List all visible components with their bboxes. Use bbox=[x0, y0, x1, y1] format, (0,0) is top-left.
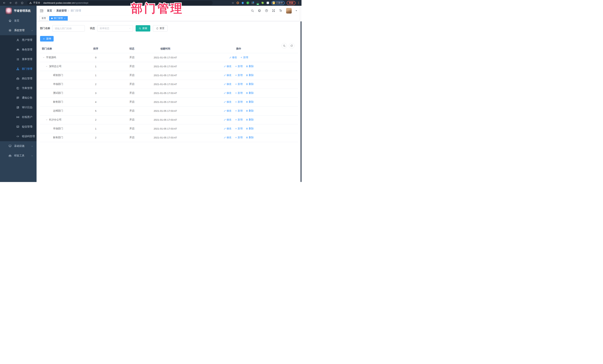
show-search-toggle-button[interactable] bbox=[281, 43, 287, 49]
expand-arrow-icon[interactable] bbox=[46, 119, 48, 121]
sidebar-item-depts[interactable]: 部门管理 bbox=[0, 64, 36, 74]
edit-link[interactable]: 修改 bbox=[224, 127, 232, 130]
edit-link[interactable]: 修改 bbox=[224, 100, 232, 104]
user-avatar[interactable] bbox=[286, 8, 292, 13]
add-dept-button[interactable]: 新增 bbox=[40, 36, 54, 42]
error-code-icon bbox=[16, 135, 19, 138]
close-icon[interactable] bbox=[64, 17, 66, 20]
extension-icon[interactable] bbox=[251, 1, 254, 4]
add-link[interactable]: 新增 bbox=[235, 118, 243, 121]
edit-link[interactable]: 修改 bbox=[224, 91, 232, 95]
active-tab-dot bbox=[51, 18, 53, 19]
expand-arrow-icon[interactable] bbox=[46, 66, 48, 67]
app-logo[interactable]: 芋道管理系统 bbox=[0, 6, 36, 16]
page-scrollbar[interactable] bbox=[300, 6, 302, 182]
breadcrumb-home[interactable]: 首页 bbox=[47, 9, 52, 12]
edit-link[interactable]: 修改 bbox=[224, 118, 232, 121]
sidebar-item-dict[interactable]: 字典管理 bbox=[0, 83, 36, 93]
delete-link[interactable]: 删除 bbox=[246, 100, 254, 104]
edit-link[interactable]: 修改 bbox=[224, 82, 232, 86]
add-link[interactable]: 新增 bbox=[240, 56, 248, 59]
sidebar-item-system[interactable]: 系统管理 bbox=[0, 26, 36, 35]
add-link[interactable]: 新增 bbox=[235, 65, 243, 68]
dept-name-input[interactable] bbox=[52, 25, 85, 32]
browser-home-button[interactable] bbox=[20, 1, 24, 5]
sidebar-item-posts[interactable]: 岗位管理 bbox=[0, 74, 36, 83]
logo-image bbox=[6, 8, 12, 14]
chrome-update-button[interactable]: 更新 bbox=[287, 1, 296, 5]
search-icon[interactable] bbox=[251, 9, 254, 12]
fullscreen-icon[interactable] bbox=[272, 9, 275, 12]
avatar-dropdown-caret-icon[interactable] bbox=[296, 10, 297, 12]
browser-forward-button[interactable] bbox=[8, 1, 13, 5]
add-link[interactable]: 新增 bbox=[235, 100, 243, 104]
add-link[interactable]: 新增 bbox=[235, 127, 243, 130]
edit-link[interactable]: 修改 bbox=[224, 74, 232, 77]
sidebar-item-sms[interactable]: 短信管理 bbox=[0, 122, 36, 132]
chevron-down-icon bbox=[31, 154, 33, 157]
add-link[interactable]: 新增 bbox=[235, 109, 243, 112]
sidebar-item-label: 岗位管理 bbox=[22, 77, 32, 80]
delete-link[interactable]: 删除 bbox=[246, 82, 254, 86]
tab-home[interactable]: 首页 bbox=[39, 16, 48, 21]
reset-button[interactable]: 重置 bbox=[153, 25, 168, 32]
extension-icon[interactable] bbox=[261, 1, 264, 4]
sidebar-item-audit-log[interactable]: 审计日志 bbox=[0, 103, 36, 112]
edit-link[interactable]: 修改 bbox=[224, 65, 232, 68]
sidebar-item-home[interactable]: 首页 bbox=[0, 16, 36, 26]
dept-row: 芋道源码 0 开启 2021-01-05 17:03:47 修改 新增 bbox=[40, 53, 298, 62]
delete-link[interactable]: 删除 bbox=[246, 118, 254, 121]
delete-link[interactable]: 删除 bbox=[246, 127, 254, 130]
add-link[interactable]: 新增 bbox=[235, 82, 243, 86]
tab-dept-management[interactable]: 部门管理 bbox=[49, 16, 68, 21]
sidebar-item-dev-tools[interactable]: 研发工具 bbox=[0, 151, 36, 161]
delete-link[interactable]: 删除 bbox=[246, 74, 254, 77]
trash-icon bbox=[246, 119, 248, 121]
sidebar-item-notice[interactable]: 通知公告 bbox=[0, 93, 36, 103]
actions-cell: 修改 新增 删除 bbox=[179, 124, 298, 133]
breadcrumb-system[interactable]: 系统管理 bbox=[56, 9, 67, 12]
sidebar-item-infrastructure[interactable]: 基础设施 bbox=[0, 141, 36, 151]
expand-arrow-icon[interactable] bbox=[43, 56, 45, 59]
refresh-table-button[interactable] bbox=[289, 43, 294, 49]
sidebar-item-users[interactable]: 用户管理 bbox=[0, 35, 36, 45]
github-icon[interactable] bbox=[258, 9, 261, 12]
sidebar-item-online-users[interactable]: 在线用户 bbox=[0, 112, 36, 122]
add-link[interactable]: 新增 bbox=[235, 136, 243, 139]
browser-back-button[interactable] bbox=[2, 1, 7, 5]
add-link[interactable]: 新增 bbox=[235, 74, 243, 77]
status-select[interactable]: 菜单状态 bbox=[97, 25, 133, 32]
delete-link[interactable]: 删除 bbox=[246, 65, 254, 68]
sidebar-item-menus[interactable]: 菜单管理 bbox=[0, 55, 36, 64]
help-icon[interactable] bbox=[265, 9, 268, 12]
bookmark-star-icon[interactable]: ☆ bbox=[232, 1, 234, 4]
font-size-icon[interactable] bbox=[279, 9, 282, 12]
scrollbar-thumb[interactable] bbox=[301, 21, 302, 182]
trash-icon bbox=[246, 136, 248, 139]
extension-icon[interactable]: ✓ bbox=[246, 1, 249, 4]
sidebar-item-roles[interactable]: 角色管理 bbox=[0, 45, 36, 55]
extension-icon[interactable]: on bbox=[256, 1, 259, 4]
browser-reload-button[interactable] bbox=[14, 1, 19, 5]
extension-icon[interactable] bbox=[241, 1, 244, 4]
extensions-puzzle-icon[interactable] bbox=[266, 1, 269, 4]
browser-menu-icon[interactable] bbox=[298, 2, 300, 4]
profile-paused-chip[interactable]: 已暂停 bbox=[271, 1, 285, 5]
sidebar-item-error-codes[interactable]: 错误码管理 bbox=[0, 132, 36, 141]
extension-icon[interactable] bbox=[236, 1, 239, 4]
delete-link[interactable]: 删除 bbox=[246, 136, 254, 139]
delete-link[interactable]: 删除 bbox=[246, 109, 254, 112]
delete-link[interactable]: 删除 bbox=[246, 91, 254, 95]
add-link[interactable]: 新增 bbox=[235, 91, 243, 95]
edit-link[interactable]: 修改 bbox=[224, 136, 232, 139]
actions-cell: 修改 新增 删除 bbox=[179, 80, 298, 88]
edit-link[interactable]: 修改 bbox=[229, 56, 237, 59]
search-button[interactable]: 搜索 bbox=[136, 25, 150, 32]
dept-name-cell: 深圳总公司 bbox=[40, 62, 79, 71]
edit-link[interactable]: 修改 bbox=[224, 109, 232, 112]
actions-cell: 修改 新增 bbox=[179, 53, 298, 62]
sort-cell: 3 bbox=[79, 88, 112, 98]
address-bar[interactable]: 不安全 dashboard.yudao.iocoder.cn/system/de… bbox=[27, 1, 213, 5]
refresh-icon bbox=[156, 27, 158, 30]
hamburger-icon[interactable] bbox=[39, 9, 44, 13]
